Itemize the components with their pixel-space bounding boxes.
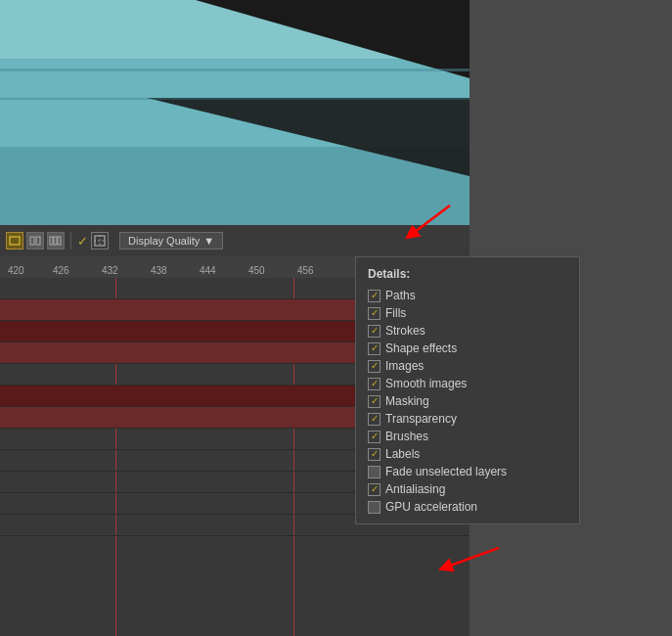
gpu-acceleration-checkbox[interactable] — [368, 501, 381, 514]
dropdown-item-shape-effects[interactable]: Shape effects — [356, 340, 579, 357]
dropdown-section-title: Details: — [356, 265, 579, 287]
images-checkbox[interactable] — [368, 360, 381, 373]
smooth-images-label: Smooth images — [385, 377, 467, 390]
display-quality-label: Display Quality — [128, 235, 200, 247]
strokes-checkbox[interactable] — [368, 325, 381, 338]
svg-rect-6 — [0, 98, 470, 100]
ruler-label-456: 456 — [297, 265, 314, 276]
paths-checkbox[interactable] — [368, 290, 381, 302]
labels-label: Labels — [385, 447, 420, 461]
svg-rect-11 — [54, 237, 57, 245]
transparency-label: Transparency — [385, 412, 457, 426]
images-label: Images — [385, 359, 424, 373]
dropdown-item-paths[interactable]: Paths — [356, 287, 579, 304]
fills-checkbox[interactable] — [368, 307, 381, 320]
ruler-label-420: 420 — [8, 265, 24, 276]
fade-unselected-checkbox[interactable] — [368, 466, 381, 478]
strokes-label: Strokes — [385, 324, 426, 338]
toolbar-strip: ✓ Display Quality ▼ — [0, 225, 470, 256]
dropdown-item-fade-unselected[interactable]: Fade unselected layers — [356, 463, 579, 480]
dropdown-item-brushes[interactable]: Brushes — [356, 428, 579, 445]
dropdown-item-fills[interactable]: Fills — [356, 304, 579, 322]
dropdown-item-labels[interactable]: Labels — [356, 445, 579, 463]
masking-checkbox[interactable] — [368, 395, 381, 408]
svg-rect-8 — [30, 237, 34, 245]
view-icon-2[interactable] — [26, 232, 44, 250]
fills-label: Fills — [385, 306, 406, 320]
check-icon[interactable]: ✓ — [77, 234, 88, 249]
fade-unselected-label: Fade unselected layers — [385, 465, 507, 478]
canvas-artwork — [0, 0, 470, 225]
view-icon-1[interactable] — [6, 232, 23, 250]
svg-rect-7 — [10, 237, 20, 245]
ruler-label-450: 450 — [248, 265, 265, 276]
shape-effects-label: Shape effects — [385, 341, 457, 355]
antialiasing-label: Antialiasing — [385, 482, 445, 496]
ruler-label-444: 444 — [200, 265, 216, 276]
crop-icon[interactable] — [91, 232, 109, 250]
view-icon-3[interactable] — [47, 232, 65, 250]
dropdown-item-antialiasing[interactable]: Antialiasing — [356, 480, 579, 498]
canvas-area — [0, 0, 470, 225]
svg-rect-10 — [50, 237, 53, 245]
dropdown-item-gpu-acceleration[interactable]: GPU acceleration — [356, 498, 579, 516]
dropdown-item-images[interactable]: Images — [356, 357, 579, 375]
ruler-label-426: 426 — [53, 265, 69, 276]
masking-label: Masking — [385, 394, 429, 408]
smooth-images-checkbox[interactable] — [368, 378, 381, 390]
brushes-checkbox[interactable] — [368, 431, 381, 443]
separator-1 — [70, 232, 71, 250]
paths-label: Paths — [385, 289, 416, 302]
dropdown-item-smooth-images[interactable]: Smooth images — [356, 375, 579, 392]
ruler-label-438: 438 — [151, 265, 167, 276]
gpu-acceleration-label: GPU acceleration — [385, 500, 477, 514]
svg-rect-5 — [0, 68, 470, 71]
dropdown-item-strokes[interactable]: Strokes — [356, 322, 579, 340]
display-quality-button[interactable]: Display Quality ▼ — [119, 232, 223, 250]
shape-effects-checkbox[interactable] — [368, 342, 381, 355]
ruler-label-432: 432 — [102, 265, 118, 276]
labels-checkbox[interactable] — [368, 448, 381, 461]
transparency-checkbox[interactable] — [368, 413, 381, 426]
svg-rect-9 — [36, 237, 40, 245]
display-quality-dropdown: Details: Paths Fills Strokes Shape effec… — [355, 256, 580, 524]
dropdown-arrow-icon: ▼ — [203, 235, 214, 247]
brushes-label: Brushes — [385, 430, 428, 443]
dropdown-item-transparency[interactable]: Transparency — [356, 410, 579, 428]
antialiasing-checkbox[interactable] — [368, 483, 381, 496]
canvas-inner — [0, 0, 470, 225]
dropdown-item-masking[interactable]: Masking — [356, 392, 579, 410]
svg-rect-12 — [58, 237, 61, 245]
